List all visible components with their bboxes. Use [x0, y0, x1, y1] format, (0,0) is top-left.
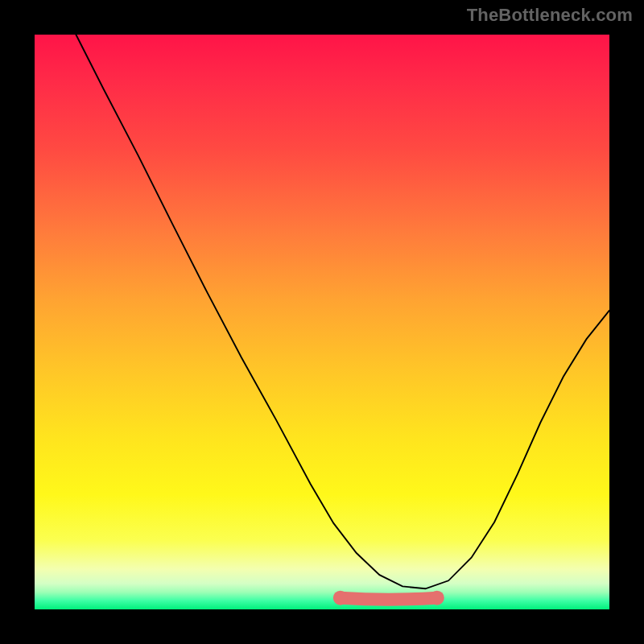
- plot-area: [35, 35, 609, 609]
- curve-svg: [35, 35, 609, 609]
- floor-segment: [341, 598, 437, 600]
- floor-endpoint-right: [430, 591, 444, 605]
- curve-line: [76, 35, 609, 588]
- watermark-text: TheBottleneck.com: [467, 5, 633, 26]
- chart-frame: TheBottleneck.com: [0, 0, 644, 644]
- floor-endpoint-left: [333, 591, 348, 605]
